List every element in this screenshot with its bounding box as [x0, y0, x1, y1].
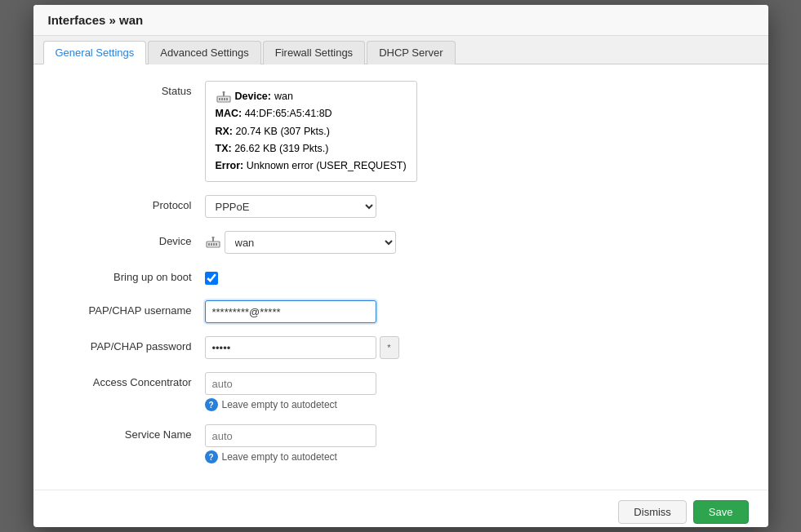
- tx-value: 26.62 KB (319 Pkts.): [234, 143, 328, 154]
- tab-firewall-settings[interactable]: Firewall Settings: [263, 41, 365, 64]
- pap-username-label: PAP/CHAP username: [58, 300, 205, 317]
- svg-point-13: [211, 237, 214, 239]
- password-toggle-button[interactable]: *: [380, 336, 399, 359]
- device-select[interactable]: wan: [225, 231, 396, 254]
- save-button[interactable]: Save: [693, 500, 749, 524]
- rx-label: RX:: [216, 126, 234, 137]
- device-value: wan: [274, 88, 293, 105]
- pap-password-label: PAP/CHAP password: [58, 336, 205, 352]
- tab-advanced-settings[interactable]: Advanced Settings: [148, 41, 260, 64]
- pap-password-control: *: [205, 336, 548, 359]
- access-concentrator-row: Access Concentrator ? Leave empty to aut…: [58, 372, 744, 411]
- hint-icon-ac: ?: [205, 398, 218, 411]
- svg-rect-8: [208, 243, 210, 246]
- mac-value: 44:DF:65:A5:41:8D: [245, 108, 332, 119]
- modal-footer: Dismiss Save: [33, 490, 768, 527]
- modal-body: Status: [33, 64, 768, 490]
- status-label: Status: [58, 81, 205, 97]
- tab-dhcp-server[interactable]: DHCP Server: [367, 41, 456, 64]
- svg-rect-1: [219, 98, 220, 100]
- access-concentrator-input[interactable]: [205, 372, 376, 395]
- service-name-input[interactable]: [205, 424, 376, 447]
- pap-username-control: [205, 300, 548, 323]
- error-value: Unknown error (USER_REQUEST): [247, 160, 407, 171]
- modal-dialog: Interfaces » wan General Settings Advanc…: [33, 5, 768, 527]
- rx-value: 20.74 KB (307 Pkts.): [236, 126, 330, 137]
- device-control: wan: [205, 231, 548, 254]
- svg-rect-3: [224, 98, 225, 100]
- device-field-label: Device: [58, 231, 205, 247]
- access-concentrator-hint-text: Leave empty to autodetect: [222, 399, 337, 410]
- svg-point-6: [222, 91, 225, 94]
- protocol-row: Protocol PPPoE DHCP Static address Unman…: [58, 195, 744, 218]
- bring-up-checkbox[interactable]: [205, 272, 218, 285]
- bring-up-label: Bring up on boot: [58, 267, 205, 283]
- protocol-select[interactable]: PPPoE DHCP Static address Unmanaged: [205, 195, 376, 218]
- protocol-control: PPPoE DHCP Static address Unmanaged: [205, 195, 548, 218]
- pap-username-input[interactable]: [205, 300, 376, 323]
- device-row: Device wan: [58, 231, 744, 254]
- pap-username-row: PAP/CHAP username: [58, 300, 744, 323]
- bring-up-row: Bring up on boot: [58, 267, 744, 287]
- tabs-bar: General Settings Advanced Settings Firew…: [33, 36, 768, 64]
- error-label: Error:: [216, 160, 244, 171]
- svg-rect-9: [211, 243, 212, 246]
- device-label: Device:: [235, 88, 271, 105]
- svg-rect-2: [221, 98, 223, 100]
- service-name-control: ? Leave empty to autodetect: [205, 424, 548, 463]
- pap-password-row: PAP/CHAP password *: [58, 336, 744, 359]
- device-net-icon: [205, 236, 221, 249]
- service-name-row: Service Name ? Leave empty to autodetect: [58, 424, 744, 463]
- svg-rect-4: [226, 98, 228, 100]
- access-concentrator-hint: ? Leave empty to autodetect: [205, 398, 548, 411]
- protocol-label: Protocol: [58, 195, 205, 211]
- dismiss-button[interactable]: Dismiss: [618, 500, 687, 524]
- status-box: Device: wan MAC: 44:DF:65:A5:41:8D RX: 2…: [205, 81, 417, 182]
- access-concentrator-label: Access Concentrator: [58, 372, 205, 388]
- network-icon: [216, 91, 232, 104]
- status-row: Status: [58, 81, 744, 182]
- access-concentrator-control: ? Leave empty to autodetect: [205, 372, 548, 411]
- mac-label: MAC:: [216, 108, 243, 119]
- tx-label: TX:: [216, 143, 232, 154]
- hint-icon-sn: ?: [205, 450, 218, 463]
- pap-password-input[interactable]: [205, 336, 376, 359]
- service-name-hint: ? Leave empty to autodetect: [205, 450, 548, 463]
- modal-title: Interfaces » wan: [33, 5, 768, 36]
- svg-rect-10: [213, 243, 215, 246]
- service-name-label: Service Name: [58, 424, 205, 441]
- tab-general-settings[interactable]: General Settings: [43, 41, 147, 64]
- svg-rect-11: [216, 243, 217, 246]
- bring-up-control: [205, 267, 548, 287]
- service-name-hint-text: Leave empty to autodetect: [222, 451, 337, 463]
